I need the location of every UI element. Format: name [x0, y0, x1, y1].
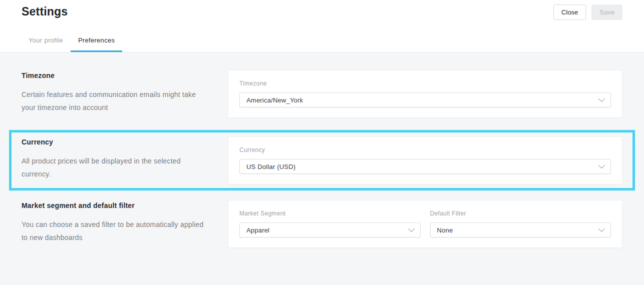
market-segment-field: Market Segment Apparel [239, 210, 421, 238]
default-filter-select[interactable]: None [430, 222, 611, 238]
tab-your-profile[interactable]: Your profile [21, 36, 71, 52]
timezone-section-heading: Timezone [22, 72, 213, 80]
market-segment-section: Market segment and default filter You ca… [0, 200, 644, 248]
save-button[interactable]: Save [591, 4, 622, 20]
default-filter-field-label: Default Filter [430, 210, 611, 217]
timezone-section: Timezone Certain features and communicat… [0, 70, 644, 118]
chevron-down-icon [598, 96, 605, 102]
chevron-down-icon [598, 226, 605, 232]
preferences-content: Timezone Certain features and communicat… [0, 52, 644, 248]
currency-select[interactable]: US Dollar (USD) [239, 159, 611, 174]
timezone-select-value: America/New_York [246, 96, 303, 104]
currency-select-value: US Dollar (USD) [246, 163, 295, 170]
market-segment-section-description: You can choose a saved filter to be auto… [22, 218, 209, 244]
settings-tabs: Your profile Preferences [21, 36, 122, 52]
market-segment-select[interactable]: Apparel [239, 222, 421, 238]
tab-preferences[interactable]: Preferences [71, 36, 122, 52]
currency-card: Currency US Dollar (USD) [228, 136, 622, 184]
chevron-down-icon [408, 226, 415, 232]
currency-section-heading: Currency [22, 138, 213, 146]
market-segment-field-grid: Market Segment Apparel Default Filter No… [239, 210, 611, 238]
currency-field: Currency US Dollar (USD) [239, 146, 611, 174]
currency-section-intro: Currency All product prices will be disp… [22, 136, 228, 180]
market-segment-section-heading: Market segment and default filter [22, 202, 213, 210]
currency-section: Currency All product prices will be disp… [12, 136, 632, 184]
currency-section-description: All product prices will be displayed in … [22, 154, 209, 180]
chevron-down-icon [598, 162, 605, 168]
default-filter-field: Default Filter None [430, 210, 611, 238]
market-segment-select-value: Apparel [246, 226, 269, 234]
timezone-section-intro: Timezone Certain features and communicat… [22, 70, 228, 114]
currency-highlight-outline: Currency All product prices will be disp… [9, 130, 635, 190]
market-segment-section-intro: Market segment and default filter You ca… [22, 200, 228, 244]
market-segment-field-label: Market Segment [239, 210, 421, 217]
timezone-field: Timezone America/New_York [239, 80, 611, 108]
header-actions: Close Save [553, 4, 622, 20]
timezone-card: Timezone America/New_York [228, 70, 622, 118]
timezone-section-description: Certain features and communication email… [22, 88, 209, 114]
timezone-field-label: Timezone [239, 80, 611, 87]
default-filter-select-value: None [437, 226, 453, 234]
page-title: Settings [22, 5, 68, 18]
market-segment-card: Market Segment Apparel Default Filter No… [228, 200, 622, 248]
settings-header: Settings Close Save Your profile Prefere… [0, 0, 644, 52]
currency-field-label: Currency [239, 146, 611, 154]
close-button[interactable]: Close [553, 4, 586, 20]
timezone-select[interactable]: America/New_York [239, 92, 611, 108]
